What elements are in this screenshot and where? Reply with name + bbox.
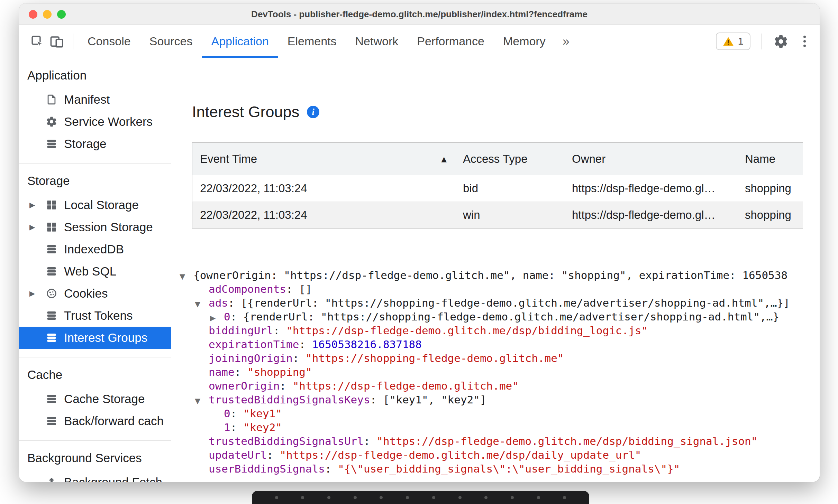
expand-icon[interactable]: ▶ (210, 311, 224, 325)
sidebar-item-label: Trust Tokens (64, 309, 133, 323)
cell-event-time[interactable]: 22/03/2022, 11:03:24 (192, 202, 455, 228)
tree-line[interactable]: 0: "key1" (180, 407, 820, 420)
tree-line[interactable]: ▼trustedBiddingSignalsKeys: ["key1", "ke… (180, 393, 820, 407)
sidebar-section-application: ApplicationManifestService WorkersStorag… (19, 58, 171, 164)
tree-segment-key: name (209, 366, 235, 378)
more-tabs-button[interactable]: » (555, 34, 577, 49)
tree-segment-key: ads (209, 297, 228, 309)
tree-segment-plain: : (299, 338, 312, 351)
sidebar-item-back-forward-cach[interactable]: Back/forward cach (19, 410, 171, 432)
column-header-label: Name (745, 152, 775, 165)
settings-gear-icon[interactable] (773, 34, 789, 49)
sidebar-item-label: Interest Groups (64, 331, 147, 345)
toolbar-separator (762, 34, 762, 49)
tree-segment-str: "{\"user_bidding_signals\":\"user_biddin… (338, 463, 680, 475)
menu-dots-icon[interactable] (799, 36, 811, 47)
cell-name[interactable]: shopping (737, 175, 803, 202)
file-icon (45, 93, 58, 106)
sidebar-item-cookies[interactable]: ▶Cookies (19, 282, 171, 305)
tab-network[interactable]: Network (346, 25, 408, 58)
tree-line[interactable]: ▼ads: [{renderUrl: "https://shopping-fle… (180, 296, 820, 310)
sidebar-item-background-fetch[interactable]: Background Fetch (19, 471, 171, 482)
tree-segment-num: 1650538216.837188 (312, 338, 422, 351)
tree-line[interactable]: 1: "key2" (180, 420, 820, 434)
tree-line[interactable]: userBiddingSignals: "{\"user_bidding_sig… (180, 462, 820, 476)
sidebar-section-title: Cache (19, 365, 171, 388)
issues-badge[interactable]: 1 (716, 32, 750, 50)
tree-line[interactable]: ownerOrigin: "https://dsp-fledge-demo.gl… (180, 379, 820, 393)
column-header-event-time[interactable]: Event Time▲ (192, 143, 455, 175)
expand-icon[interactable]: ▶ (29, 289, 45, 298)
collapse-icon[interactable]: ▼ (180, 270, 193, 283)
column-header-label: Access Type (463, 152, 527, 165)
tree-line[interactable]: name: "shopping" (180, 365, 820, 379)
tab-sources[interactable]: Sources (140, 25, 202, 58)
column-header-access-type[interactable]: Access Type (455, 143, 564, 175)
tree-segment-plain: {ownerOrigin: "https://dsp-fledge-demo.g… (193, 269, 787, 281)
table-row[interactable]: 22/03/2022, 11:03:24winhttps://dsp-fledg… (192, 202, 803, 228)
dock-dot (327, 496, 330, 499)
tree-segment-key: joiningOrigin (209, 352, 293, 364)
sidebar-item-session-storage[interactable]: ▶Session Storage (19, 216, 171, 238)
tree-segment-plain: : [] (286, 283, 312, 295)
tree-line[interactable]: trustedBiddingSignalsUrl: "https://dsp-f… (180, 434, 820, 448)
cell-owner[interactable]: https://dsp-fledge-demo.gl… (564, 202, 737, 228)
tab-memory[interactable]: Memory (494, 25, 555, 58)
gear-icon (45, 115, 58, 129)
collapse-icon[interactable]: ▼ (195, 394, 209, 408)
sidebar-item-label: Storage (64, 137, 107, 151)
table-row[interactable]: 22/03/2022, 11:03:24bidhttps://dsp-fledg… (192, 175, 803, 202)
dock-dot (380, 496, 383, 499)
stack-icon (45, 137, 58, 151)
titlebar: DevTools - publisher-fledge-demo.glitch.… (19, 3, 820, 25)
cell-access-type[interactable]: win (455, 202, 564, 228)
dock-dot (458, 496, 462, 499)
device-toolbar-icon[interactable] (49, 34, 65, 49)
sidebar-section-title: Background Services (19, 448, 171, 471)
cell-access-type[interactable]: bid (455, 175, 564, 202)
sidebar-item-manifest[interactable]: Manifest (19, 88, 171, 111)
tree-line[interactable]: ▶0: {renderUrl: "https://shopping-fledge… (180, 310, 820, 324)
tab-elements[interactable]: Elements (278, 25, 346, 58)
inspect-element-icon[interactable] (29, 34, 45, 49)
tab-performance[interactable]: Performance (408, 25, 494, 58)
sidebar-item-label: Cache Storage (64, 392, 145, 406)
column-header-owner[interactable]: Owner (564, 143, 737, 175)
stack-icon (45, 331, 58, 345)
devtools-window: DevTools - publisher-fledge-demo.glitch.… (19, 3, 820, 482)
tree-segment-key: trustedBiddingSignalsUrl (209, 435, 364, 447)
cookie-icon (45, 287, 58, 300)
tree-segment-plain: : (280, 380, 292, 392)
sidebar-item-indexeddb[interactable]: IndexedDB (19, 238, 171, 260)
collapse-icon[interactable]: ▼ (195, 297, 209, 311)
sidebar-item-trust-tokens[interactable]: Trust Tokens (19, 305, 171, 327)
tree-segment-plain: : (235, 366, 247, 378)
tree-line[interactable]: adComponents: [] (180, 282, 820, 296)
cell-name[interactable]: shopping (737, 202, 803, 228)
tree-line[interactable]: ▼{ownerOrigin: "https://dsp-fledge-demo.… (180, 268, 820, 282)
cell-owner[interactable]: https://dsp-fledge-demo.gl… (564, 175, 737, 202)
table-header-row: Event Time▲Access TypeOwnerName (192, 143, 803, 175)
column-header-name[interactable]: Name (737, 143, 803, 175)
sidebar-item-local-storage[interactable]: ▶Local Storage (19, 194, 171, 216)
stack-icon (45, 264, 58, 278)
tab-console[interactable]: Console (78, 25, 140, 58)
sidebar-item-interest-groups[interactable]: Interest Groups (19, 327, 171, 349)
expand-icon[interactable]: ▶ (29, 223, 45, 231)
tree-segment-str: "https://dsp-fledge-demo.glitch.me" (293, 380, 519, 392)
info-icon[interactable]: i (307, 106, 319, 118)
dock-dot (354, 496, 357, 499)
expand-icon[interactable]: ▶ (29, 201, 45, 209)
sidebar-item-storage[interactable]: Storage (19, 133, 171, 155)
sidebar-item-cache-storage[interactable]: Cache Storage (19, 388, 171, 410)
tree-line[interactable]: biddingUrl: "https://dsp-fledge-demo.gli… (180, 324, 820, 337)
tree-line[interactable]: joiningOrigin: "https://shopping-fledge-… (180, 351, 820, 365)
cell-event-time[interactable]: 22/03/2022, 11:03:24 (192, 175, 455, 202)
tab-application[interactable]: Application (202, 25, 278, 58)
interest-groups-table: Event Time▲Access TypeOwnerName 22/03/20… (192, 142, 803, 228)
tree-line[interactable]: expirationTime: 1650538216.837188 (180, 337, 820, 351)
sidebar-section-storage: Storage▶Local Storage▶Session StorageInd… (19, 164, 171, 357)
sidebar-item-service-workers[interactable]: Service Workers (19, 111, 171, 133)
sidebar-item-web-sql[interactable]: Web SQL (19, 260, 171, 282)
tree-line[interactable]: updateUrl: "https://dsp-fledge-demo.glit… (180, 448, 820, 462)
